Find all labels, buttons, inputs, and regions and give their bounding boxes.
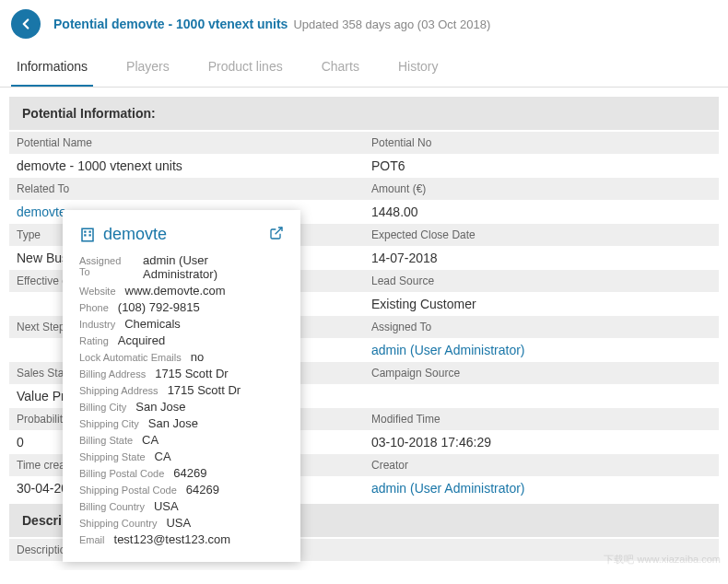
- popup-row: Assigned Toadmin (User Administrator): [79, 253, 284, 281]
- value-lead-source[interactable]: Existing Customer: [364, 292, 719, 316]
- popup-row: RatingAcquired: [79, 333, 284, 347]
- popup-field-label: Billing State: [79, 435, 133, 446]
- value-creator[interactable]: admin (User Administrator): [364, 476, 719, 500]
- popup-field-label: Industry: [79, 319, 115, 330]
- popup-field-value: San Jose: [148, 416, 198, 430]
- building-icon: [79, 227, 96, 243]
- label-potential-name: Potential Name: [9, 132, 364, 154]
- popup-field-label: Email: [79, 534, 105, 545]
- external-link-icon: [269, 226, 284, 240]
- label-expected-close: Expected Close Date: [364, 224, 719, 246]
- value-campaign-source[interactable]: [364, 384, 719, 404]
- popup-field-value: 64269: [186, 483, 219, 496]
- popup-row: Billing CitySan Jose: [79, 400, 284, 414]
- page-subtitle: Updated 358 days ago (03 Oct 2018): [293, 18, 490, 31]
- value-assigned-to[interactable]: admin (User Administrator): [364, 338, 719, 362]
- popup-field-label: Billing Address: [79, 368, 146, 380]
- popup-row: IndustryChemicals: [79, 317, 284, 331]
- popup-field-value: Acquired: [118, 333, 165, 347]
- svg-rect-1: [84, 230, 86, 232]
- value-potential-no[interactable]: POT6: [364, 154, 719, 178]
- popup-field-label: Billing Country: [79, 501, 145, 512]
- svg-rect-3: [84, 234, 86, 236]
- back-button[interactable]: [11, 9, 41, 39]
- value-potential-name[interactable]: demovte - 1000 vtenext units: [9, 154, 364, 178]
- popup-field-label: Billing City: [79, 402, 126, 413]
- popup-row: Emailtest123@test123.com: [79, 532, 284, 546]
- popup-field-label: Billing Postal Code: [79, 468, 164, 479]
- popup-field-label: Phone: [79, 302, 109, 313]
- arrow-left-icon: [18, 16, 34, 32]
- popup-field-value: (108) 792-9815: [118, 300, 200, 314]
- popup-title[interactable]: demovte: [103, 225, 167, 244]
- popup-field-label: Shipping State: [79, 451, 146, 462]
- popup-row: Shipping Postal Code64269: [79, 483, 284, 496]
- popup-row: Lock Automatic Emailsno: [79, 350, 284, 364]
- popup-row: Phone(108) 792-9815: [79, 300, 284, 314]
- popup-field-label: Shipping Address: [79, 385, 159, 396]
- label-assigned-to: Assigned To: [364, 316, 719, 338]
- tab-players[interactable]: Players: [121, 48, 175, 87]
- label-potential-no: Potential No: [364, 132, 719, 154]
- related-popup: demovte Assigned Toadmin (User Administr…: [63, 210, 300, 562]
- popup-field-label: Shipping Country: [79, 518, 157, 529]
- popup-row: Billing Postal Code64269: [79, 466, 284, 480]
- popup-field-label: Shipping Postal Code: [79, 485, 177, 496]
- popup-row: Billing CountryUSA: [79, 499, 284, 513]
- popup-field-label: Assigned To: [79, 255, 134, 277]
- popup-field-value: 64269: [173, 466, 206, 480]
- popup-field-value: CA: [155, 450, 171, 463]
- tabs: Informations Players Product lines Chart…: [0, 48, 728, 88]
- popup-row: Shipping CountryUSA: [79, 516, 284, 530]
- svg-rect-4: [89, 234, 91, 236]
- popup-field-value: Chemicals: [124, 317, 181, 331]
- popup-field-label: Lock Automatic Emails: [79, 352, 182, 363]
- value-modified-time[interactable]: 03-10-2018 17:46:29: [364, 430, 719, 454]
- popup-field-value: www.demovte.com: [125, 284, 226, 298]
- value-amount[interactable]: 1448.00: [364, 200, 719, 224]
- popup-row: Websitewww.demovte.com: [79, 284, 284, 298]
- popup-field-label: Shipping City: [79, 418, 139, 429]
- popup-field-value: CA: [142, 433, 159, 447]
- svg-rect-0: [82, 228, 93, 241]
- label-modified-time: Modified Time: [364, 408, 719, 430]
- label-lead-source: Lead Source: [364, 270, 719, 292]
- page-title: Potential demovte - 1000 vtenext units: [53, 17, 288, 31]
- popup-row: Shipping StateCA: [79, 450, 284, 463]
- popup-row: Shipping CitySan Jose: [79, 416, 284, 430]
- popup-field-label: Rating: [79, 335, 109, 346]
- label-amount: Amount (€): [364, 178, 719, 200]
- label-creator: Creator: [364, 454, 719, 476]
- open-external-button[interactable]: [269, 226, 284, 243]
- popup-field-value: USA: [154, 499, 179, 513]
- popup-row: Shipping Address1715 Scott Dr: [79, 383, 284, 397]
- popup-row: Billing Address1715 Scott Dr: [79, 367, 284, 380]
- popup-field-value: test123@test123.com: [114, 532, 231, 546]
- popup-field-value: USA: [166, 516, 191, 530]
- svg-rect-2: [89, 230, 91, 232]
- popup-field-value: 1715 Scott Dr: [168, 383, 241, 397]
- popup-field-value: no: [191, 350, 204, 364]
- popup-field-value: admin (User Administrator): [143, 253, 284, 281]
- label-campaign-source: Campaign Source: [364, 362, 719, 384]
- value-expected-close[interactable]: 14-07-2018: [364, 246, 719, 270]
- tab-product-lines[interactable]: Product lines: [203, 48, 288, 87]
- tab-charts[interactable]: Charts: [316, 48, 365, 87]
- label-related-to: Related To: [9, 178, 364, 200]
- section-potential-info: Potential Information:: [9, 97, 719, 130]
- popup-field-value: San Jose: [135, 400, 185, 414]
- popup-field-label: Website: [79, 286, 116, 297]
- popup-row: Billing StateCA: [79, 433, 284, 447]
- tab-informations[interactable]: Informations: [11, 48, 93, 87]
- tab-history[interactable]: History: [393, 48, 444, 87]
- popup-field-value: 1715 Scott Dr: [155, 367, 229, 380]
- svg-line-5: [276, 228, 282, 234]
